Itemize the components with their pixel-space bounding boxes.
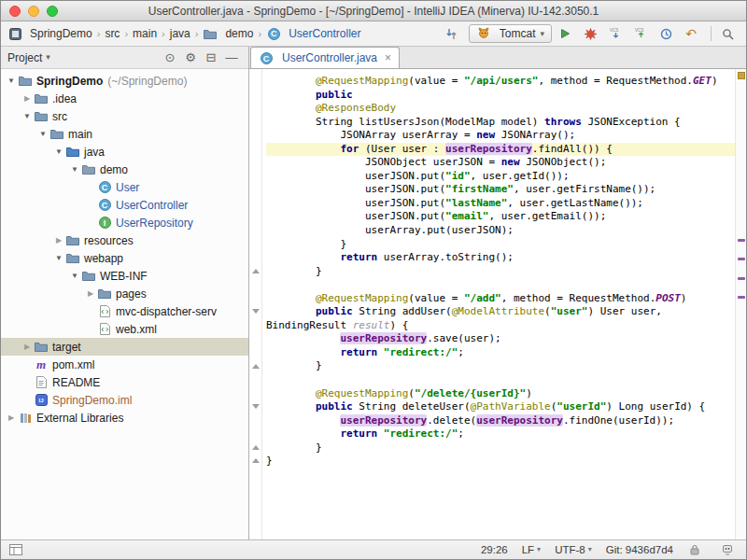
project-panel-title[interactable]: Project — [7, 51, 42, 64]
hide-panel-button[interactable]: — — [225, 49, 242, 66]
chevron-down-icon[interactable]: ▾ — [46, 53, 50, 62]
code-line-12[interactable]: userArray.put(userJSON); — [266, 224, 735, 238]
lock-button[interactable] — [687, 544, 706, 555]
expand-arrow-icon[interactable]: ▶ — [5, 413, 18, 422]
code-line-1[interactable]: @RequestMapping(value = "/api/users", me… — [266, 75, 735, 89]
tree-item-demo[interactable]: ▼demo — [1, 161, 248, 178]
vcs-commit-button[interactable]: VCS — [632, 24, 653, 43]
code-line-27[interactable]: return "redirect:/"; — [266, 427, 735, 441]
code-line-29[interactable]: } — [266, 455, 735, 469]
code-line-19[interactable]: BindingResult result) { — [266, 319, 735, 333]
tree-item-resources[interactable]: ▶resources — [1, 231, 248, 249]
settings-button[interactable]: ⚙ — [184, 49, 201, 66]
fold-marker[interactable] — [252, 445, 260, 450]
line-separator-widget[interactable]: LF ▾ — [522, 544, 541, 555]
tree-item-webapp[interactable]: ▼webapp — [1, 249, 248, 267]
updates-button[interactable] — [444, 24, 464, 43]
zoom-window-button[interactable] — [47, 6, 58, 17]
code-line-6[interactable]: for (User user : userRepository.findAll(… — [266, 143, 735, 157]
code-line-5[interactable]: JSONArray userArray = new JSONArray(); — [266, 129, 735, 143]
debug-button[interactable] — [582, 24, 602, 43]
code-line-20[interactable]: userRepository.save(user); — [266, 332, 735, 346]
error-stripe[interactable] — [735, 69, 746, 539]
breadcrumb-item-usercontroller[interactable]: CUserController — [266, 27, 360, 40]
toolwindow-toggle-button[interactable] — [8, 544, 27, 555]
breadcrumb-item-src[interactable]: src — [105, 27, 120, 40]
tree-item-usercontroller[interactable]: CUserController — [1, 196, 248, 214]
breadcrumb-item-demo[interactable]: demo — [203, 27, 253, 40]
code-line-14[interactable]: return userArray.toString(); — [266, 251, 735, 265]
tree-item-web-xml[interactable]: web.xml — [1, 320, 248, 338]
code-line-18[interactable]: public String addUser(@ModelAttribute("u… — [266, 305, 735, 319]
code-line-28[interactable]: } — [266, 441, 735, 455]
stripe-mark[interactable] — [738, 239, 745, 242]
tree-item-src[interactable]: ▼src — [1, 107, 248, 125]
breadcrumb-item-main[interactable]: main — [133, 27, 157, 40]
code-area[interactable]: @RequestMapping(value = "/api/users", me… — [262, 69, 735, 539]
code-line-23[interactable] — [266, 373, 735, 387]
rollback-button[interactable]: ↶ — [683, 24, 703, 43]
code-line-24[interactable]: @RequestMapping("/delete/{userId}") — [266, 387, 735, 401]
breadcrumb-item-springdemo[interactable]: SpringDemo — [7, 27, 92, 40]
inspections-button[interactable] — [720, 544, 739, 555]
tree-item-target[interactable]: ▶target — [1, 338, 248, 356]
close-tab-icon[interactable]: × — [385, 51, 391, 64]
tree-item-web-inf[interactable]: ▼WEB-INF — [1, 267, 248, 285]
run-config-selector[interactable]: Tomcat ▾ — [469, 24, 552, 43]
expand-arrow-icon[interactable]: ▶ — [84, 289, 97, 298]
collapse-arrow-icon[interactable]: ▼ — [68, 272, 81, 280]
encoding-widget[interactable]: UTF-8 ▾ — [555, 544, 592, 555]
code-line-16[interactable] — [266, 278, 735, 292]
git-branch-widget[interactable]: Git: 9436d7d4 — [606, 544, 673, 555]
code-line-10[interactable]: userJSON.put("lastName", user.getLastNam… — [266, 197, 735, 211]
close-window-button[interactable] — [9, 6, 21, 17]
collapse-arrow-icon[interactable]: ▼ — [52, 147, 65, 156]
code-line-13[interactable]: } — [266, 238, 735, 252]
fold-marker[interactable] — [252, 404, 260, 409]
fold-marker[interactable] — [252, 458, 260, 463]
tree-item-idea[interactable]: ▶.idea — [1, 90, 248, 107]
code-line-9[interactable]: userJSON.put("firstName", user.getFirstN… — [266, 183, 735, 197]
minimize-window-button[interactable] — [28, 6, 39, 17]
code-line-26[interactable]: userRepository.delete(userRepository.fin… — [266, 414, 735, 428]
collapse-arrow-icon[interactable]: ▼ — [21, 112, 34, 120]
expand-arrow-icon[interactable]: ▶ — [21, 343, 34, 351]
code-line-15[interactable]: } — [266, 265, 735, 279]
breadcrumb-item-java[interactable]: java — [170, 27, 190, 40]
tree-item-external-libraries[interactable]: ▶External Libraries — [1, 409, 248, 427]
collapse-arrow-icon[interactable]: ▼ — [36, 130, 49, 138]
code-line-2[interactable]: public — [266, 89, 735, 103]
code-line-21[interactable]: return "redirect:/"; — [266, 346, 735, 360]
code-line-11[interactable]: userJSON.put("email", user.getEmail()); — [266, 210, 735, 224]
tab-usercontroller-java[interactable]: C UserController.java × — [250, 47, 400, 68]
fold-marker[interactable] — [252, 309, 260, 314]
fold-marker[interactable] — [252, 364, 260, 369]
code-line-3[interactable]: @ResponseBody — [266, 102, 735, 116]
collapse-arrow-icon[interactable]: ▼ — [68, 165, 81, 174]
tree-item-springdemo[interactable]: ▼SpringDemo(~/SpringDemo) — [1, 72, 248, 90]
run-button[interactable] — [557, 24, 577, 43]
search-button[interactable] — [719, 24, 740, 43]
tree-item-springdemo-iml[interactable]: IJSpringDemo.iml — [1, 391, 248, 409]
tree-item-java[interactable]: ▼java — [1, 143, 248, 161]
code-line-8[interactable]: userJSON.put("id", user.getId()); — [266, 170, 735, 184]
collapse-arrow-icon[interactable]: ▼ — [5, 77, 18, 85]
tree-item-user[interactable]: CUser — [1, 178, 248, 196]
code-line-22[interactable]: } — [266, 359, 735, 373]
code-line-25[interactable]: public String deleteUser(@PathVariable("… — [266, 400, 735, 414]
fold-marker[interactable] — [252, 269, 260, 273]
tree-item-pom-xml[interactable]: mpom.xml — [1, 356, 248, 373]
stripe-mark[interactable] — [738, 258, 745, 260]
vcs-update-button[interactable]: VCS — [607, 24, 627, 43]
expand-arrow-icon[interactable]: ▶ — [52, 236, 65, 245]
caret-position-widget[interactable]: 29:26 — [481, 544, 508, 555]
tree-item-pages[interactable]: ▶pages — [1, 285, 248, 302]
collapse-arrow-icon[interactable]: ▼ — [52, 254, 65, 262]
tree-item-mvc-dispatcher-serv[interactable]: mvc-dispatcher-serv — [1, 302, 248, 320]
stripe-mark[interactable] — [738, 277, 745, 280]
tree-item-userrepository[interactable]: IUserRepository — [1, 214, 248, 231]
history-button[interactable] — [657, 24, 678, 43]
collapse-all-button[interactable]: ⊟ — [204, 49, 221, 66]
code-line-17[interactable]: @RequestMapping(value = "/add", method =… — [266, 292, 735, 306]
code-line-7[interactable]: JSONObject userJSON = new JSONObject(); — [266, 156, 735, 170]
